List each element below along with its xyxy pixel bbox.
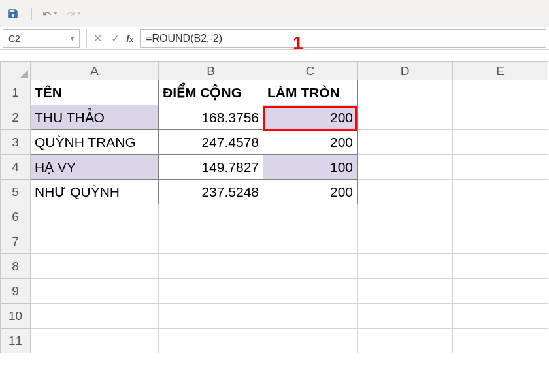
cell[interactable]: LÀM TRÒN <box>263 80 358 105</box>
cell[interactable]: 237.5248 <box>159 180 263 204</box>
cell[interactable] <box>453 130 548 155</box>
formula-edit-icons: ✕ ✓ <box>93 32 120 44</box>
cell[interactable] <box>159 204 263 229</box>
cell[interactable] <box>358 180 453 204</box>
row-header[interactable]: 9 <box>1 279 31 304</box>
cell[interactable] <box>358 80 453 105</box>
cell[interactable] <box>159 254 263 279</box>
cell[interactable] <box>453 329 548 353</box>
cell[interactable]: TÊN <box>31 80 159 105</box>
table-row: 9 <box>1 279 548 304</box>
cell[interactable]: NHƯ QUỲNH <box>31 180 159 204</box>
row-header[interactable]: 4 <box>1 155 31 180</box>
row-header[interactable]: 1 <box>1 80 31 105</box>
table-row: 3 QUỲNH TRANG 247.4578 200 <box>1 130 548 155</box>
cell[interactable] <box>263 304 358 329</box>
enter-icon[interactable]: ✓ <box>111 32 120 44</box>
cell[interactable] <box>358 155 453 180</box>
cell[interactable] <box>159 304 263 329</box>
cell-selected[interactable]: 200 <box>263 105 358 130</box>
col-header-E[interactable]: E <box>453 62 548 80</box>
save-icon[interactable] <box>5 6 21 22</box>
cell[interactable] <box>159 329 263 353</box>
cell[interactable] <box>358 304 453 329</box>
redo-dropdown-icon[interactable]: ▼ <box>76 10 82 16</box>
cancel-icon[interactable]: ✕ <box>93 32 102 44</box>
cell[interactable]: QUỲNH TRANG <box>31 130 159 155</box>
select-all-corner[interactable] <box>1 62 31 80</box>
cell[interactable] <box>263 329 358 353</box>
col-header-D[interactable]: D <box>358 62 453 80</box>
table-row: 10 <box>1 304 548 329</box>
cell[interactable] <box>358 279 453 304</box>
row-header[interactable]: 2 <box>1 105 31 130</box>
cell[interactable] <box>159 279 263 304</box>
cell[interactable] <box>358 130 453 155</box>
cell[interactable] <box>159 229 263 254</box>
cell[interactable] <box>358 105 453 130</box>
cell[interactable] <box>263 229 358 254</box>
cell[interactable] <box>31 279 159 304</box>
cell[interactable]: 168.3756 <box>159 105 263 130</box>
row-header[interactable]: 10 <box>1 304 31 329</box>
col-header-C[interactable]: C <box>263 62 358 80</box>
cell[interactable] <box>453 80 548 105</box>
table-row: 6 <box>1 204 548 229</box>
redo-icon[interactable]: ▼ <box>66 6 82 22</box>
cell[interactable]: 200 <box>263 180 358 204</box>
cell[interactable]: HẠ VY <box>31 155 159 180</box>
insert-function-icon[interactable]: fx <box>126 33 133 44</box>
cell[interactable] <box>453 279 548 304</box>
table-row: 8 <box>1 254 548 279</box>
cell[interactable] <box>453 304 548 329</box>
cell[interactable] <box>453 180 548 204</box>
name-box[interactable]: C2 ▼ <box>3 29 80 48</box>
name-box-dropdown-icon[interactable]: ▼ <box>69 35 75 42</box>
table-row: 4 HẠ VY 149.7827 100 <box>1 155 548 180</box>
cell[interactable] <box>453 155 548 180</box>
cell[interactable]: 200 <box>263 130 358 155</box>
annotation-1: 1 <box>293 33 303 54</box>
name-box-value: C2 <box>8 33 20 44</box>
cell[interactable]: THU THẢO <box>31 105 159 130</box>
undo-icon[interactable]: ▼ <box>42 6 58 22</box>
cell[interactable] <box>263 204 358 229</box>
formula-input[interactable]: =ROUND(B2,-2) <box>140 29 546 48</box>
cell[interactable]: 149.7827 <box>159 155 263 180</box>
row-header[interactable]: 7 <box>1 229 31 254</box>
row-header[interactable]: 6 <box>1 204 31 229</box>
spreadsheet-grid[interactable]: A B C D E 1 TÊN ĐIỂM CỘNG LÀM TRÒN 2 THU… <box>0 61 549 353</box>
cell[interactable] <box>453 204 548 229</box>
cell[interactable]: 100 <box>263 155 358 180</box>
cell[interactable] <box>31 204 159 229</box>
cell[interactable] <box>358 204 453 229</box>
cell[interactable] <box>358 229 453 254</box>
separator <box>86 29 87 48</box>
row-header[interactable]: 3 <box>1 130 31 155</box>
table-row: 5 NHƯ QUỲNH 237.5248 200 <box>1 180 548 204</box>
col-header-A[interactable]: A <box>31 62 159 80</box>
formula-bar: C2 ▼ ✕ ✓ fx =ROUND(B2,-2) <box>0 27 549 50</box>
cell[interactable] <box>31 304 159 329</box>
cell[interactable] <box>453 229 548 254</box>
cell[interactable]: ĐIỂM CỘNG <box>159 80 263 105</box>
cell[interactable] <box>263 279 358 304</box>
cell[interactable] <box>453 105 548 130</box>
undo-dropdown-icon[interactable]: ▼ <box>53 10 58 16</box>
cell[interactable] <box>31 229 159 254</box>
cell[interactable] <box>358 329 453 353</box>
table-row: 1 TÊN ĐIỂM CỘNG LÀM TRÒN <box>1 80 548 105</box>
row-header[interactable]: 5 <box>1 180 31 204</box>
cell[interactable] <box>31 329 159 353</box>
row-header[interactable]: 11 <box>1 329 31 353</box>
table-row: 7 <box>1 229 548 254</box>
formula-text: =ROUND(B2,-2) <box>146 33 222 44</box>
col-header-B[interactable]: B <box>159 62 263 80</box>
column-header-row: A B C D E <box>1 62 548 80</box>
cell[interactable] <box>263 254 358 279</box>
cell[interactable] <box>31 254 159 279</box>
cell[interactable] <box>453 254 548 279</box>
row-header[interactable]: 8 <box>1 254 31 279</box>
cell[interactable]: 247.4578 <box>159 130 263 155</box>
cell[interactable] <box>358 254 453 279</box>
